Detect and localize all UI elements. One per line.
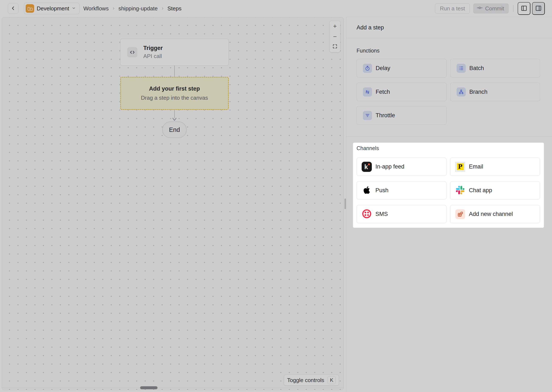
trigger-title: Trigger [143, 45, 163, 52]
channels-section: Channels k In-app feed P Email Push [353, 143, 544, 228]
twilio-icon [362, 209, 372, 219]
chevron-right-icon [112, 7, 116, 10]
commit-icon [477, 5, 483, 13]
add-channel-icon [455, 209, 465, 219]
list-icon [457, 64, 466, 73]
slack-icon [456, 186, 465, 195]
functions-label: Functions [356, 48, 379, 54]
placeholder-title: Add your first step [149, 85, 200, 92]
filter-lines-icon [363, 111, 372, 120]
topbar: Development Workflows shipping-update St… [0, 0, 552, 17]
end-node: End [162, 121, 187, 138]
zoom-in-button[interactable]: + [330, 21, 340, 31]
placeholder-subtitle: Drag a step into the canvas [141, 95, 208, 101]
panel-left-icon [520, 5, 528, 13]
panel-right-toggle[interactable] [532, 2, 545, 15]
horizontal-scrollbar[interactable] [140, 386, 158, 389]
canvas-edge [2, 388, 344, 388]
channel-item-push[interactable]: Push [356, 181, 446, 200]
channel-item-chat-app[interactable]: Chat app [450, 181, 540, 200]
zoom-out-button[interactable]: − [330, 31, 340, 42]
swap-arrows-icon [363, 87, 372, 97]
channels-label: Channels [356, 145, 379, 151]
folder-key-icon [26, 4, 34, 13]
channel-item-email[interactable]: P Email [450, 157, 540, 176]
chevron-down-icon [72, 6, 76, 11]
channel-item-sms[interactable]: SMS [356, 205, 446, 223]
channel-item-add-new[interactable]: Add new channel [450, 205, 540, 223]
topbar-actions: Run a test Commit [435, 2, 545, 15]
breadcrumb-workflow-name[interactable]: shipping-update [118, 5, 158, 12]
fit-view-icon [332, 43, 338, 51]
function-item-branch[interactable]: Branch [450, 83, 540, 101]
arrow-down-icon [172, 118, 177, 122]
code-icon [127, 47, 137, 57]
shortcut-badge: K [327, 376, 335, 384]
connector-line [174, 110, 175, 118]
channel-item-in-app-feed[interactable]: k In-app feed [356, 157, 446, 176]
connector-line [174, 66, 175, 77]
knock-icon: k [362, 162, 372, 172]
chevron-right-icon [161, 7, 165, 10]
panel-title: Add a step [356, 24, 384, 31]
trigger-subtitle: API call [143, 53, 163, 60]
function-item-batch[interactable]: Batch [450, 59, 540, 77]
fit-view-button[interactable] [330, 42, 340, 52]
run-test-button[interactable]: Run a test [435, 3, 470, 14]
panel-right-icon [535, 5, 542, 13]
chevron-left-icon [10, 6, 16, 12]
toggle-controls-button[interactable]: Toggle controls K [284, 375, 339, 386]
trigger-node[interactable]: Trigger API call [120, 39, 229, 66]
breadcrumb-steps[interactable]: Steps [167, 5, 182, 12]
commit-button[interactable]: Commit [473, 3, 509, 14]
end-label: End [169, 126, 180, 133]
vertical-scrollbar[interactable] [344, 199, 346, 209]
divider [346, 38, 552, 38]
breadcrumb-workflows[interactable]: Workflows [83, 5, 109, 12]
back-button[interactable] [8, 3, 18, 14]
function-item-fetch[interactable]: Fetch [356, 83, 447, 101]
apple-icon [363, 186, 370, 195]
environment-label: Development [37, 5, 69, 12]
environment-selector[interactable]: Development [24, 3, 80, 14]
tree-icon [457, 87, 466, 97]
function-item-throttle[interactable]: Throttle [356, 106, 447, 125]
toolbar-divider [513, 5, 513, 12]
function-item-delay[interactable]: Delay [356, 59, 447, 77]
stopwatch-icon [363, 64, 372, 73]
zoom-controls: + − [330, 21, 340, 52]
postmark-icon: P [455, 162, 465, 172]
workflow-canvas[interactable]: Trigger API call Add your first step Dra… [2, 17, 344, 390]
breadcrumb: Workflows shipping-update Steps [83, 5, 182, 12]
add-first-step-dropzone[interactable]: Add your first step Drag a step into the… [120, 77, 229, 110]
panel-left-toggle[interactable] [518, 2, 530, 15]
